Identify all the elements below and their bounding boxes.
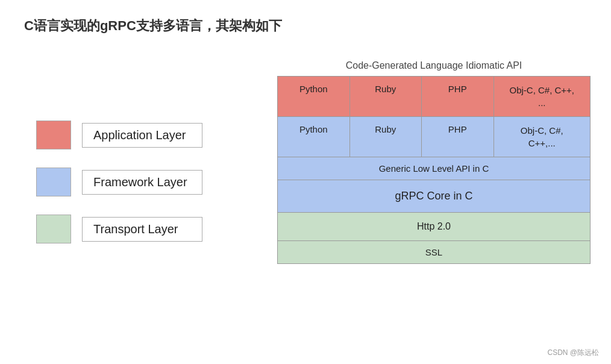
watermark: CSDN @陈远松: [547, 348, 599, 358]
app-php-cell: PHP: [422, 77, 494, 116]
app-objc-cell: Obj-C, C#, C++,...: [494, 77, 591, 116]
transport-layer-label: Transport Layer: [82, 217, 202, 242]
fw-ruby-cell: Ruby: [350, 117, 422, 157]
grpc-core-row: gRPC Core in C: [278, 180, 590, 213]
legend-item-framework: Framework Layer: [36, 168, 202, 196]
fw-php-cell: PHP: [422, 117, 494, 157]
diagram-container: Python Ruby PHP Obj-C, C#, C++,... Pytho…: [277, 76, 591, 264]
grpc-architecture-diagram: Code-Generated Language Idiomatic API Py…: [277, 60, 591, 264]
fw-objc-cell: Obj-C, C#,C++,...: [494, 117, 591, 157]
generic-api-row: Generic Low Level API in C: [278, 157, 590, 180]
framework-layer-label: Framework Layer: [82, 170, 202, 195]
app-ruby-cell: Ruby: [350, 77, 422, 116]
diagram-title: Code-Generated Language Idiomatic API: [277, 60, 591, 71]
app-color-box: [36, 121, 71, 149]
legend-item-app: Application Layer: [36, 121, 202, 149]
app-layer-row: Python Ruby PHP Obj-C, C#, C++,...: [278, 77, 590, 117]
page-title: C语言实现的gRPC支持多语言，其架构如下: [24, 17, 282, 35]
http-row: Http 2.0: [278, 213, 590, 241]
framework-color-box: [36, 168, 71, 196]
app-python-cell: Python: [278, 77, 350, 116]
app-layer-label: Application Layer: [82, 123, 202, 148]
transport-color-box: [36, 215, 71, 243]
legend: Application Layer Framework Layer Transp…: [36, 121, 202, 243]
legend-item-transport: Transport Layer: [36, 215, 202, 243]
fw-python-cell: Python: [278, 117, 350, 157]
framework-layer-row: Python Ruby PHP Obj-C, C#,C++,...: [278, 117, 590, 157]
ssl-row: SSL: [278, 241, 590, 263]
